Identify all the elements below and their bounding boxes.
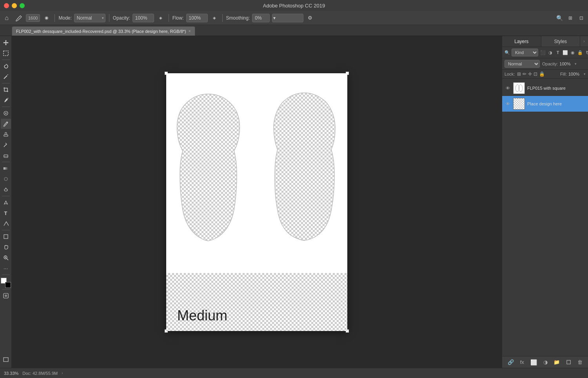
tool-separator-7 (2, 275, 10, 275)
layer-visibility-1[interactable]: 👁 (505, 85, 511, 91)
smoothing-dropdown[interactable]: ▾ (272, 14, 303, 22)
history-brush-tool[interactable] (1, 140, 11, 150)
lock-all-icon[interactable]: 🔒 (539, 71, 545, 77)
adjustment-layer-icon[interactable]: ◑ (543, 359, 548, 365)
smoothing-dropdown-wrap[interactable]: ▾ (272, 14, 303, 22)
fx-icon[interactable]: fx (520, 359, 524, 365)
blend-mode-dropdown[interactable]: Normal (505, 60, 540, 68)
pen-tool[interactable] (1, 197, 11, 208)
smoothing-input[interactable] (252, 14, 270, 22)
refresh-icon[interactable]: ↻ (584, 49, 588, 56)
document-tab[interactable]: FLP002_with dessquare_included-Recovered… (12, 26, 195, 36)
separator-3 (169, 14, 169, 22)
gradient-tool[interactable] (1, 163, 11, 174)
shape-filter-icon[interactable]: ⬜ (562, 49, 568, 56)
tab-close-icon[interactable]: × (189, 29, 191, 33)
path-selection-tool[interactable] (1, 219, 11, 229)
fill-row: Fill: 100% ▾ (560, 72, 586, 76)
eraser-tool[interactable] (1, 150, 11, 161)
opacity-dropdown-arrow[interactable]: ▾ (575, 62, 577, 66)
layer-item[interactable]: 👁 Place design here (502, 96, 588, 112)
screen-mode-tool[interactable] (1, 354, 11, 365)
tab-layers[interactable]: Layers (502, 36, 541, 47)
svg-rect-9 (4, 155, 8, 157)
close-button[interactable] (4, 3, 9, 8)
lock-artboard-icon[interactable]: ⊡ (534, 71, 537, 77)
blur-tool[interactable] (1, 174, 11, 184)
view-mode-2-icon[interactable]: ⊡ (577, 14, 586, 22)
lock-icons: ⊞ ✏ ✛ ⊡ 🔒 (517, 71, 545, 77)
tab-title: FLP002_with dessquare_included-Recovered… (16, 29, 186, 34)
fill-label: Fill: (560, 72, 567, 76)
quick-mask-tool[interactable] (1, 291, 11, 301)
main-layout: T ··· (0, 36, 588, 368)
document-canvas[interactable]: Medium (166, 73, 347, 331)
opacity-icon[interactable]: ◈ (156, 14, 165, 22)
lock-label: Lock: (505, 72, 515, 76)
layer-thumb-1 (513, 82, 525, 94)
window-controls[interactable] (4, 3, 25, 8)
mode-dropdown[interactable]: Normal (74, 14, 105, 22)
lock-gradient-icon[interactable]: ✏ (523, 71, 526, 77)
status-arrow[interactable]: › (62, 371, 63, 375)
lock-move-icon[interactable]: ✛ (528, 71, 532, 77)
flow-icon[interactable]: ◈ (210, 14, 219, 22)
layer-visibility-2[interactable]: 👁 (505, 101, 511, 107)
more-tools[interactable]: ··· (1, 263, 11, 273)
smart-filter-icon[interactable]: ◉ (570, 49, 576, 56)
crop-tool[interactable] (1, 85, 11, 95)
opacity-value[interactable]: 100% (559, 61, 573, 66)
type-filter-icon[interactable]: T (555, 49, 561, 56)
fill-dropdown-arrow[interactable]: ▾ (584, 72, 586, 76)
minimize-button[interactable] (12, 3, 17, 8)
delete-layer-icon[interactable]: 🗑 (577, 359, 583, 365)
move-tool[interactable] (1, 38, 11, 48)
folder-icon[interactable]: 📁 (554, 359, 560, 365)
hand-tool[interactable] (1, 242, 11, 252)
dodge-tool[interactable] (1, 184, 11, 195)
maximize-button[interactable] (20, 3, 25, 8)
new-layer-icon[interactable]: ☐ (566, 359, 571, 365)
mode-dropdown-wrap[interactable]: Normal ▾ (74, 14, 105, 22)
search-icon[interactable]: 🔍 (555, 14, 564, 22)
marquee-tool[interactable] (1, 48, 11, 58)
panel-collapse-icon[interactable]: › (580, 36, 588, 47)
zoom-level[interactable]: 33.33% (4, 371, 18, 376)
kind-dropdown-wrap[interactable]: Kind (512, 49, 538, 56)
magic-wand-tool[interactable] (1, 72, 11, 82)
lasso-tool[interactable] (1, 61, 11, 71)
blend-mode-dropdown-wrap[interactable]: Normal ▾ (505, 60, 540, 68)
lock-pixel-icon[interactable]: ⊞ (517, 71, 521, 77)
footprint-left (176, 92, 241, 243)
right-panel: Layers Styles › 🔍 Kind ⬛ ◑ T ⬜ (502, 36, 588, 368)
stamp-tool[interactable] (1, 129, 11, 139)
home-icon[interactable]: ⌂ (2, 14, 11, 22)
view-mode-icon[interactable]: ⊞ (566, 14, 575, 22)
lock-filter-icon[interactable]: 🔒 (577, 49, 583, 56)
gear-icon[interactable]: ⚙ (306, 14, 314, 22)
svg-rect-15 (4, 235, 8, 239)
layer-item[interactable]: 👁 FLP015 with square (502, 80, 588, 96)
add-mask-icon[interactable]: ⬜ (530, 359, 537, 365)
brush-size-value[interactable]: 1600 (26, 14, 40, 22)
foreground-color[interactable] (5, 282, 11, 288)
flow-input[interactable] (186, 14, 208, 22)
shape-tool[interactable] (1, 232, 11, 242)
fill-value[interactable]: 100% (568, 72, 582, 76)
link-layers-icon[interactable]: 🔗 (508, 359, 514, 365)
kind-dropdown[interactable]: Kind (512, 49, 538, 56)
brush-icon[interactable] (15, 14, 24, 22)
tab-styles[interactable]: Styles (541, 36, 581, 47)
opacity-input[interactable] (132, 14, 154, 22)
svg-point-21 (5, 295, 7, 297)
pixel-filter-icon[interactable]: ⬛ (540, 49, 546, 56)
adjustment-filter-icon[interactable]: ◑ (547, 49, 554, 56)
brush-tool[interactable] (1, 119, 11, 129)
healing-brush-tool[interactable] (1, 108, 11, 118)
zoom-tool[interactable] (1, 253, 11, 263)
svg-rect-0 (4, 51, 8, 56)
type-tool[interactable]: T (1, 208, 11, 218)
color-swatches[interactable] (1, 278, 11, 288)
eyedropper-tool[interactable] (1, 95, 11, 105)
pressure-icon[interactable]: ◉ (42, 14, 51, 22)
